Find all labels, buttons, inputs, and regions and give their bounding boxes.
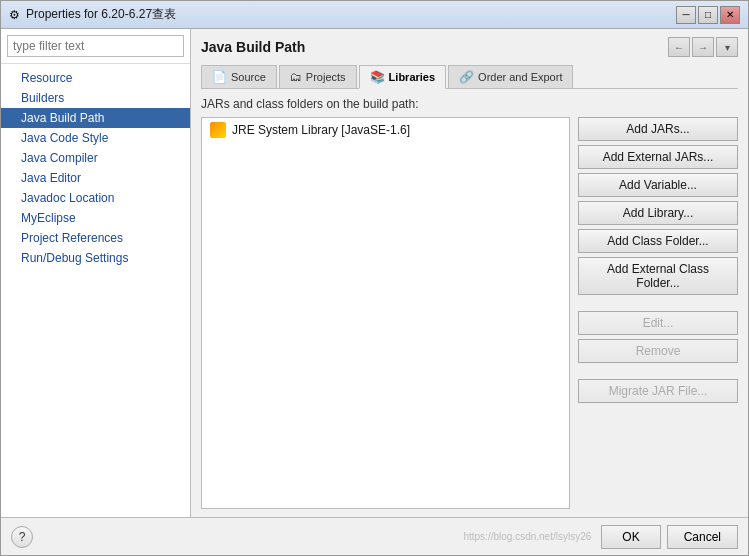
tab-source[interactable]: 📄 Source: [201, 65, 277, 88]
jre-icon: [210, 122, 226, 138]
migrate-jar-button[interactable]: Migrate JAR File...: [578, 379, 738, 403]
sidebar-item-java-code-style[interactable]: Java Code Style: [1, 128, 190, 148]
bottom-left: ?: [11, 526, 33, 548]
sidebar-item-java-compiler[interactable]: Java Compiler: [1, 148, 190, 168]
filter-input[interactable]: [7, 35, 184, 57]
edit-button[interactable]: Edit...: [578, 311, 738, 335]
order-export-tab-icon: 🔗: [459, 70, 474, 84]
add-class-folder-button[interactable]: Add Class Folder...: [578, 229, 738, 253]
sidebar-item-builders[interactable]: Builders: [1, 88, 190, 108]
sidebar-item-resource[interactable]: Resource: [1, 68, 190, 88]
app-icon: ⚙: [9, 8, 20, 22]
tabs-row: 📄 Source 🗂 Projects 📚 Libraries 🔗 Order …: [201, 65, 738, 89]
list-item[interactable]: JRE System Library [JavaSE-1.6]: [202, 118, 569, 142]
close-button[interactable]: ✕: [720, 6, 740, 24]
sidebar-item-java-build-path[interactable]: Java Build Path: [1, 108, 190, 128]
panel-title: Java Build Path: [201, 39, 305, 55]
nav-dropdown-button[interactable]: ▾: [716, 37, 738, 57]
maximize-button[interactable]: □: [698, 6, 718, 24]
main-panel: Java Build Path ← → ▾ 📄 Source 🗂 Project…: [191, 29, 748, 517]
nav-buttons: ← → ▾: [668, 37, 738, 57]
sidebar-item-project-references[interactable]: Project References: [1, 228, 190, 248]
watermark: https://blog.csdn.net/lsylsy26: [33, 531, 601, 542]
panel-content: JARs and class folders on the build path…: [201, 97, 738, 509]
action-buttons: Add JARs... Add External JARs... Add Var…: [578, 117, 738, 509]
add-library-button[interactable]: Add Library...: [578, 201, 738, 225]
add-variable-button[interactable]: Add Variable...: [578, 173, 738, 197]
sidebar-item-javadoc-location[interactable]: Javadoc Location: [1, 188, 190, 208]
tab-order-export[interactable]: 🔗 Order and Export: [448, 65, 573, 88]
sidebar: Resource Builders Java Build Path Java C…: [1, 29, 191, 517]
source-tab-icon: 📄: [212, 70, 227, 84]
nav-forward-button[interactable]: →: [692, 37, 714, 57]
ok-button[interactable]: OK: [601, 525, 660, 549]
cancel-button[interactable]: Cancel: [667, 525, 738, 549]
libraries-area: JRE System Library [JavaSE-1.6] Add JARs…: [201, 117, 738, 509]
remove-button[interactable]: Remove: [578, 339, 738, 363]
title-bar-left: ⚙ Properties for 6.20-6.27查表: [9, 6, 176, 23]
bottom-bar: ? https://blog.csdn.net/lsylsy26 OK Canc…: [1, 517, 748, 555]
libraries-tab-icon: 📚: [370, 70, 385, 84]
libraries-list[interactable]: JRE System Library [JavaSE-1.6]: [201, 117, 570, 509]
projects-tab-icon: 🗂: [290, 70, 302, 84]
title-bar-buttons: ─ □ ✕: [676, 6, 740, 24]
panel-description: JARs and class folders on the build path…: [201, 97, 738, 111]
title-bar: ⚙ Properties for 6.20-6.27查表 ─ □ ✕: [1, 1, 748, 29]
main-header: Java Build Path ← → ▾: [201, 37, 738, 57]
content-area: Resource Builders Java Build Path Java C…: [1, 29, 748, 517]
sidebar-item-run-debug-settings[interactable]: Run/Debug Settings: [1, 248, 190, 268]
sidebar-item-myeclipse[interactable]: MyEclipse: [1, 208, 190, 228]
sidebar-items: Resource Builders Java Build Path Java C…: [1, 66, 190, 517]
add-jars-button[interactable]: Add JARs...: [578, 117, 738, 141]
main-window: ⚙ Properties for 6.20-6.27查表 ─ □ ✕ Resou…: [0, 0, 749, 556]
minimize-button[interactable]: ─: [676, 6, 696, 24]
tab-projects[interactable]: 🗂 Projects: [279, 65, 357, 88]
sidebar-divider: [1, 63, 190, 64]
add-external-class-folder-button[interactable]: Add External Class Folder...: [578, 257, 738, 295]
button-spacer-2: [578, 367, 738, 375]
nav-back-button[interactable]: ←: [668, 37, 690, 57]
tab-libraries[interactable]: 📚 Libraries: [359, 65, 446, 89]
help-button[interactable]: ?: [11, 526, 33, 548]
bottom-right: OK Cancel: [601, 525, 738, 549]
button-spacer: [578, 299, 738, 307]
add-external-jars-button[interactable]: Add External JARs...: [578, 145, 738, 169]
window-title: Properties for 6.20-6.27查表: [26, 6, 176, 23]
sidebar-item-java-editor[interactable]: Java Editor: [1, 168, 190, 188]
